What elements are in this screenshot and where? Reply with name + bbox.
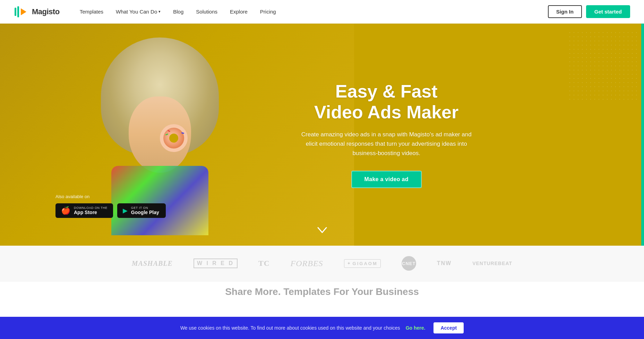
logo-icon xyxy=(14,6,29,18)
nav-solutions[interactable]: Solutions xyxy=(190,6,224,17)
hero-title: Easy & Fast Video Ads Maker xyxy=(296,81,476,123)
press-logo-forbes: Forbes xyxy=(291,259,323,268)
hero-content: Easy & Fast Video Ads Maker Create amazi… xyxy=(296,81,476,188)
google-play-line1: GET IT ON xyxy=(131,206,159,210)
navbar: Magisto Templates What You Can Do ▾ Blog… xyxy=(0,0,644,24)
press-logo-mashable: Mashable xyxy=(132,260,173,268)
hero-subtitle: Create amazing video ads in a snap with … xyxy=(296,130,476,158)
store-badges: 🍎 Download on the App Store ▶ GET IT ON … xyxy=(55,203,166,218)
dropdown-chevron-icon: ▾ xyxy=(158,9,161,14)
press-logo-tc: TC xyxy=(258,259,270,268)
google-play-badge[interactable]: ▶ GET IT ON Google Play xyxy=(117,203,166,218)
scrollbar-indicator[interactable] xyxy=(641,24,644,86)
svg-rect-1 xyxy=(17,6,19,17)
press-section: Mashable W I R E D TC Forbes ✦ GIGAOM cn… xyxy=(0,246,644,281)
make-video-ad-button[interactable]: Make a video ad xyxy=(351,171,422,188)
nav-explore[interactable]: Explore xyxy=(224,6,254,17)
below-fold-section: Share More. Templates For Your Business xyxy=(0,281,644,302)
app-store-badge[interactable]: 🍎 Download on the App Store xyxy=(55,203,113,218)
nav-actions: Sign In Get started xyxy=(548,5,630,18)
press-logo-wired: W I R E D xyxy=(194,259,238,268)
app-store-line2: App Store xyxy=(74,210,108,215)
get-started-button[interactable]: Get started xyxy=(586,5,630,18)
hero-dots-decoration xyxy=(568,31,637,100)
press-logo-cnet: cnet xyxy=(402,256,416,271)
nav-pricing[interactable]: Pricing xyxy=(254,6,282,17)
nav-templates[interactable]: Templates xyxy=(74,6,110,17)
scroll-down-arrow[interactable] xyxy=(317,227,327,236)
apple-icon: 🍎 xyxy=(61,207,70,214)
nav-blog[interactable]: Blog xyxy=(167,6,190,17)
store-area: Also available on 🍎 Download on the App … xyxy=(55,194,166,218)
press-logo-tnw: TNW xyxy=(437,260,452,266)
logo-link[interactable]: Magisto xyxy=(14,6,60,18)
google-play-line2: Google Play xyxy=(131,210,159,215)
press-logo-gigaom: ✦ GIGAOM xyxy=(344,259,381,268)
press-logo-venturebeat: VentureBeat xyxy=(472,261,512,266)
brand-name: Magisto xyxy=(32,7,60,16)
below-fold-text: Share More. Templates For Your Business xyxy=(225,286,419,297)
hero-section: Easy & Fast Video Ads Maker Create amazi… xyxy=(0,24,644,246)
google-play-icon: ▶ xyxy=(123,207,128,214)
svg-marker-2 xyxy=(21,8,26,15)
svg-rect-0 xyxy=(15,8,16,16)
nav-what-you-can-do[interactable]: What You Can Do ▾ xyxy=(110,6,167,17)
app-store-line1: Download on the xyxy=(74,206,108,210)
nav-links: Templates What You Can Do ▾ Blog Solutio… xyxy=(74,6,548,17)
also-available-label: Also available on xyxy=(55,194,89,199)
sign-in-button[interactable]: Sign In xyxy=(548,5,582,18)
